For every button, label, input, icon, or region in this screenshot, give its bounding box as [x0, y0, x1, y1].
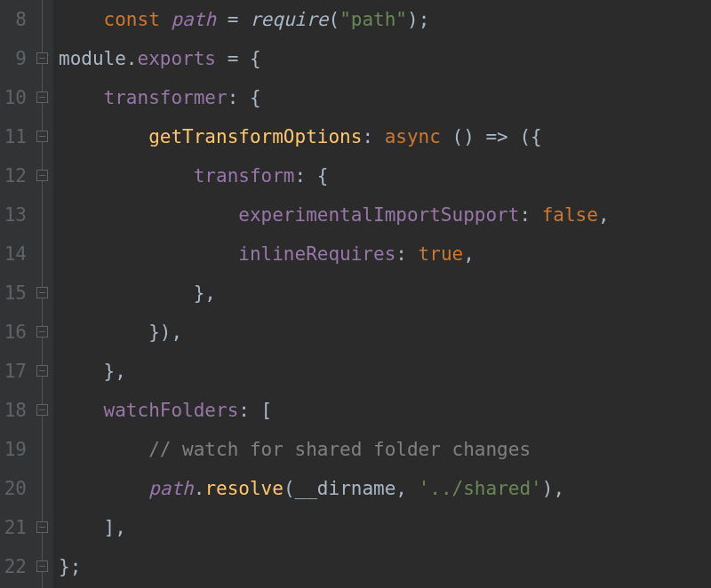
line-number-gutter: 8 9 10 11 12 13 14 15 16 17 18 19 20 21 …: [0, 0, 34, 588]
fold-gutter: [34, 0, 53, 588]
fold-toggle-icon[interactable]: [36, 131, 48, 142]
line-number: 17: [4, 352, 27, 391]
code-line[interactable]: const path = require("path");: [59, 0, 711, 39]
line-number: 15: [4, 274, 27, 313]
fold-toggle-icon[interactable]: [36, 404, 48, 416]
code-content[interactable]: const path = require("path"); module.exp…: [53, 0, 711, 588]
code-line[interactable]: path.resolve(__dirname, '../shared'),: [59, 469, 711, 508]
code-line[interactable]: };: [59, 547, 711, 586]
code-line[interactable]: ],: [59, 508, 711, 547]
code-line[interactable]: inlineRequires: true,: [59, 234, 711, 274]
code-line[interactable]: }),: [59, 313, 711, 352]
line-number: 18: [4, 391, 27, 430]
code-line[interactable]: transformer: {: [59, 78, 711, 117]
code-editor: 8 9 10 11 12 13 14 15 16 17 18 19 20 21 …: [0, 0, 711, 588]
line-number: 20: [4, 469, 27, 508]
fold-toggle-icon[interactable]: [36, 170, 48, 181]
code-line[interactable]: transform: {: [59, 156, 711, 195]
line-number: 22: [4, 547, 27, 586]
fold-toggle-icon[interactable]: [36, 560, 48, 572]
fold-toggle-icon[interactable]: [36, 365, 48, 377]
line-number: 8: [4, 0, 27, 39]
fold-toggle-icon[interactable]: [36, 287, 48, 298]
fold-toggle-icon[interactable]: [36, 326, 48, 338]
code-line[interactable]: getTransformOptions: async () => ({: [59, 117, 711, 156]
code-line[interactable]: experimentalImportSupport: false,: [59, 195, 711, 234]
line-number: 21: [4, 508, 27, 547]
code-line[interactable]: watchFolders: [: [59, 391, 711, 430]
line-number: 9: [4, 39, 27, 78]
code-line[interactable]: module.exports = {: [59, 39, 711, 78]
line-number: 16: [4, 313, 27, 352]
fold-toggle-icon[interactable]: [36, 52, 48, 64]
code-line[interactable]: },: [59, 352, 711, 391]
line-number: 13: [4, 195, 27, 234]
fold-toggle-icon[interactable]: [36, 91, 48, 103]
fold-toggle-icon[interactable]: [36, 521, 48, 533]
line-number: 19: [4, 430, 27, 469]
line-number: 14: [4, 234, 27, 274]
line-number: 11: [4, 117, 27, 156]
code-line[interactable]: // watch for shared folder changes: [59, 430, 711, 469]
line-number: 10: [4, 78, 27, 117]
line-number: 12: [4, 156, 27, 195]
code-line[interactable]: },: [59, 274, 711, 313]
